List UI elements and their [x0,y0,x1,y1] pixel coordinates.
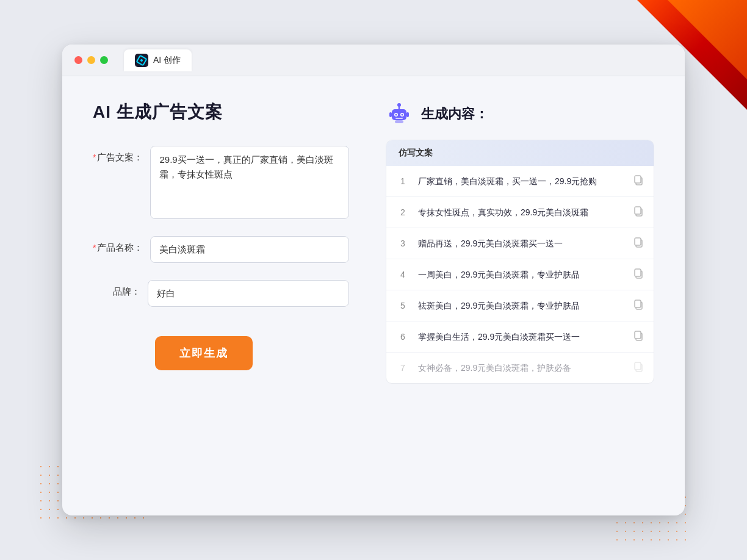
tab-label: AI 创作 [153,55,181,66]
copy-icon[interactable] [633,330,644,343]
generate-button[interactable]: 立即生成 [155,336,253,370]
table-row: 2专抹女性斑点，真实功效，29.9元美白淡斑霜 [386,197,654,228]
copy-icon[interactable] [633,174,644,188]
product-name-row: *产品名称： [93,236,349,263]
svg-rect-8 [389,112,392,117]
ai-tab[interactable]: AI 创作 [124,49,192,71]
svg-rect-18 [635,269,641,276]
row-text: 赠品再送，29.9元美白淡斑霜买一送一 [418,237,624,250]
ai-icon-inner [135,54,147,66]
row-number: 2 [396,207,410,217]
traffic-lights [74,56,108,64]
table-header: 仿写文案 [386,140,654,166]
row-text: 掌握美白生活，29.9元美白淡斑霜买一送一 [418,331,624,343]
svg-rect-7 [395,118,403,119]
table-row: 6掌握美白生活，29.9元美白淡斑霜买一送一 [386,321,654,353]
ad-copy-row: *广告文案： 29.9买一送一，真正的厂家直销，美白淡斑霜，专抹女性斑点 [93,146,349,219]
svg-rect-9 [406,112,409,117]
right-panel: 生成内容： 仿写文案 1厂家直销，美白淡斑霜，买一送一，29.9元抢购 2专抹女… [386,101,654,485]
svg-rect-16 [635,238,641,245]
svg-rect-24 [635,362,641,370]
product-name-input[interactable] [150,236,349,263]
row-text: 祛斑美白，29.9元美白淡斑霜，专业护肤品 [418,300,624,312]
svg-point-6 [397,103,401,107]
svg-rect-14 [635,207,641,214]
main-content: AI 生成广告文案 *广告文案： 29.9买一送一，真正的厂家直销，美白淡斑霜，… [62,76,685,515]
ai-icon [135,54,148,67]
row-number: 1 [396,176,410,186]
ad-copy-input[interactable]: 29.9买一送一，真正的厂家直销，美白淡斑霜，专抹女性斑点 [150,146,349,219]
copy-icon[interactable] [633,268,644,281]
ad-copy-label: *广告文案： [93,146,150,163]
row-text: 专抹女性斑点，真实功效，29.9元美白淡斑霜 [418,206,624,219]
svg-rect-20 [635,300,641,307]
product-name-label: *产品名称： [93,236,150,254]
table-row: 5祛斑美白，29.9元美白淡斑霜，专业护肤品 [386,290,654,321]
result-title: 生成内容： [421,105,488,123]
row-number: 7 [396,363,410,373]
svg-rect-12 [635,176,641,183]
table-row: 7女神必备，29.9元美白淡斑霜，护肤必备 [386,353,654,383]
maximize-button[interactable] [100,56,108,64]
browser-window: AI 创作 AI 生成广告文案 *广告文案： 29.9买一送一，真正的厂家直销，… [62,45,685,515]
copy-icon[interactable] [633,299,644,312]
copy-icon[interactable] [633,206,644,219]
required-star-1: * [93,153,96,162]
svg-point-3 [395,114,397,116]
table-row: 4一周美白，29.9元美白淡斑霜，专业护肤品 [386,259,654,290]
row-text: 厂家直销，美白淡斑霜，买一送一，29.9元抢购 [418,175,624,188]
svg-rect-22 [635,331,641,339]
row-number: 4 [396,270,410,279]
result-header: 生成内容： [386,101,654,127]
result-rows: 1厂家直销，美白淡斑霜，买一送一，29.9元抢购 2专抹女性斑点，真实功效，29… [386,166,654,383]
result-table: 仿写文案 1厂家直销，美白淡斑霜，买一送一，29.9元抢购 2专抹女性斑点，真实… [386,140,654,384]
title-bar: AI 创作 [62,45,685,76]
left-panel: AI 生成广告文案 *广告文案： 29.9买一送一，真正的厂家直销，美白淡斑霜，… [93,101,349,485]
brand-label: 品牌： [93,280,148,298]
svg-rect-10 [395,120,403,123]
row-text: 一周美白，29.9元美白淡斑霜，专业护肤品 [418,268,624,281]
row-text: 女神必备，29.9元美白淡斑霜，护肤必备 [418,362,624,375]
row-number: 6 [396,332,410,342]
row-number: 3 [396,239,410,248]
brand-row: 品牌： [93,280,349,307]
close-button[interactable] [74,56,82,64]
robot-icon [386,101,413,127]
svg-point-4 [402,114,403,116]
row-number: 5 [396,301,410,311]
brand-input[interactable] [148,280,349,307]
required-star-2: * [93,243,96,253]
page-title: AI 生成广告文案 [93,101,349,124]
copy-icon[interactable] [633,237,644,250]
copy-icon[interactable] [633,361,644,375]
table-row: 3赠品再送，29.9元美白淡斑霜买一送一 [386,228,654,259]
table-row: 1厂家直销，美白淡斑霜，买一送一，29.9元抢购 [386,166,654,197]
minimize-button[interactable] [87,56,95,64]
